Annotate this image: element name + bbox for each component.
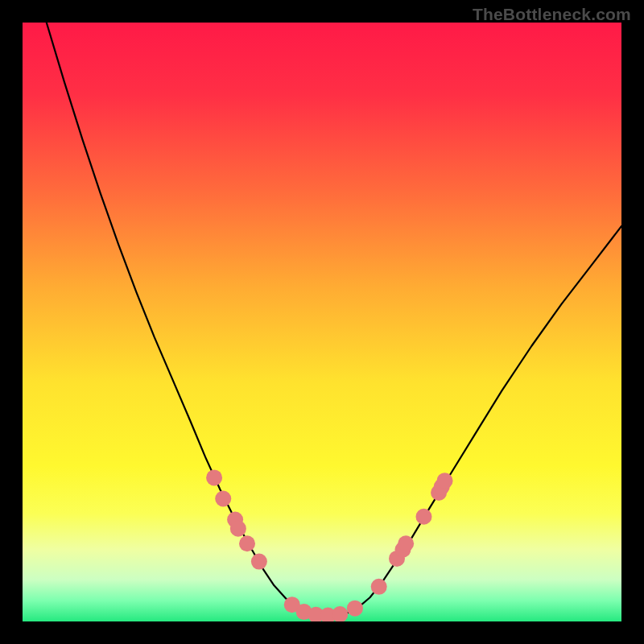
data-marker [415, 509, 431, 525]
data-marker [347, 601, 363, 617]
data-marker [206, 469, 222, 485]
data-marker [239, 535, 255, 551]
data-marker [332, 606, 348, 621]
chart-layer [23, 23, 621, 621]
plot-area [23, 23, 621, 621]
data-marker [215, 490, 231, 506]
data-marker [251, 554, 267, 570]
watermark-text: TheBottleneck.com [473, 5, 631, 24]
data-marker [371, 579, 387, 595]
bottleneck-curve [47, 23, 621, 616]
data-marker [398, 535, 414, 551]
data-markers [206, 469, 452, 621]
data-marker [437, 473, 453, 489]
outer-frame: TheBottleneck.com [0, 0, 644, 644]
data-marker [230, 521, 246, 537]
